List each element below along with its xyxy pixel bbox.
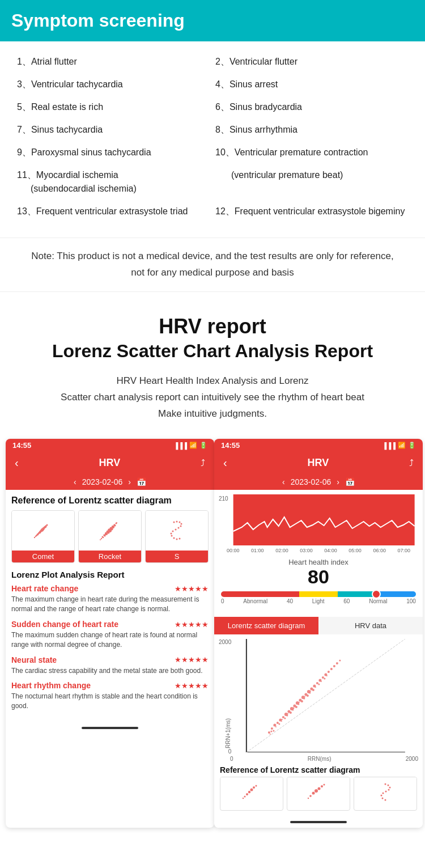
symptom-9: 9、Paroxysmal sinus tachycardia — [17, 143, 210, 162]
svg-point-63 — [176, 539, 178, 540]
ref-thumb-1[interactable] — [220, 777, 283, 811]
ref-thumb-2[interactable] — [287, 777, 350, 811]
heart-health-value: 80 — [221, 566, 416, 587]
right-date: 2023-02-06 — [291, 477, 332, 486]
svg-point-45 — [100, 539, 101, 540]
note-section: Note: This product is not a medical devi… — [0, 238, 425, 292]
svg-point-123 — [243, 798, 244, 799]
svg-point-55 — [181, 523, 182, 525]
left-next-icon[interactable]: › — [128, 477, 131, 486]
scatter-y-label: RRN+1(ms) — [225, 645, 231, 748]
left-back-icon[interactable]: ‹ — [15, 456, 19, 469]
svg-point-46 — [105, 534, 106, 535]
svg-point-130 — [308, 798, 309, 799]
lorenz-thumb-s[interactable]: S — [145, 510, 209, 563]
svg-point-70 — [271, 727, 273, 730]
svg-point-102 — [312, 689, 314, 691]
symptom-6: 6、Sinus bradycardia — [215, 98, 408, 116]
symptom-3: 3、Ventricular tachycardia — [17, 75, 210, 94]
svg-point-145 — [385, 799, 386, 801]
svg-point-104 — [324, 678, 326, 679]
health-bar-wrapper: 0 Abnormal 40 Light 60 Normal 100 — [221, 591, 416, 604]
heart-health-section: Heart health index 80 0 Abnormal 40 Ligh… — [214, 553, 423, 612]
page-title: Symptom screening — [11, 10, 414, 31]
health-bar — [221, 591, 416, 597]
left-calendar-icon[interactable]: 📅 — [137, 477, 146, 486]
svg-point-139 — [389, 787, 391, 789]
right-status-icons: ▐▐▐ 📶 🔋 — [382, 442, 416, 449]
svg-point-58 — [175, 529, 177, 531]
symptom-10-sub: (ventricular premature beat) — [215, 166, 408, 198]
note-text: Note: This product is not a medical devi… — [31, 251, 393, 278]
tab-lorentz[interactable]: Lorentz scatter diagram — [214, 617, 318, 634]
svg-point-128 — [253, 786, 255, 789]
right-calendar-icon[interactable]: 📅 — [345, 477, 355, 486]
left-share-icon[interactable]: ⤴ — [201, 458, 205, 468]
symptom-11: 11、Myocardial ischemia (subendocardial i… — [17, 166, 210, 198]
svg-point-127 — [250, 789, 253, 791]
svg-point-12 — [46, 524, 48, 526]
svg-point-24 — [42, 530, 44, 532]
tab-hrv-data[interactable]: HRV data — [318, 617, 423, 634]
svg-point-59 — [172, 531, 174, 532]
svg-line-68 — [246, 639, 405, 752]
analysis-title: Lorenz Plot Analysis Report — [11, 570, 209, 579]
hrv-subtitle-title: Lorenz Scatter Chart Analysis Report — [11, 341, 414, 362]
s-label: S — [146, 551, 208, 562]
svg-point-95 — [273, 730, 275, 731]
tab-bar: Lorentz scatter diagram HRV data — [214, 617, 423, 634]
svg-point-92 — [333, 665, 335, 667]
right-prev-icon[interactable]: ‹ — [282, 477, 285, 486]
svg-point-94 — [339, 659, 341, 661]
lorenz-thumb-rocket[interactable]: Rocket — [78, 510, 142, 563]
right-bottom-indicator — [290, 821, 347, 823]
svg-point-64 — [179, 538, 181, 540]
svg-point-19 — [44, 527, 45, 529]
svg-point-115 — [270, 734, 271, 735]
svg-point-97 — [284, 717, 286, 719]
symptom-5: 5、Real estate is rich — [17, 98, 210, 116]
lorenz-thumb-comet[interactable]: Comet — [11, 510, 75, 563]
left-phone-content: Reference of Lorentz scatter diagram — [6, 490, 214, 722]
left-date: 2023-02-06 — [82, 477, 123, 486]
right-battery-icon: 🔋 — [408, 442, 416, 449]
svg-point-50 — [113, 526, 114, 527]
right-date-bar: ‹ 2023-02-06 › 📅 — [214, 474, 423, 490]
svg-point-117 — [282, 719, 283, 720]
svg-point-74 — [282, 716, 284, 718]
symptom-grid: 1、Atrial flutter 2、Ventricular flutter 3… — [17, 53, 408, 221]
svg-point-141 — [385, 791, 387, 793]
metric-stars-1: ★★★★★ — [175, 585, 209, 593]
svg-point-119 — [293, 707, 295, 709]
left-bottom-bar — [6, 722, 214, 734]
metric-name-4: Heart rhythm change — [11, 681, 91, 690]
svg-point-116 — [271, 730, 273, 732]
metric-desc-1: The maximum change in heart rate during … — [11, 595, 209, 614]
svg-point-48 — [109, 528, 112, 531]
lorenz-thumbnails: Comet — [11, 510, 209, 563]
right-next-icon[interactable]: › — [337, 477, 339, 486]
wave-chart-svg — [230, 494, 418, 545]
right-share-icon[interactable]: ⤴ — [409, 458, 414, 468]
svg-point-109 — [298, 703, 300, 705]
svg-point-56 — [180, 526, 182, 527]
svg-point-90 — [328, 671, 330, 673]
svg-point-23 — [40, 532, 41, 533]
scatter-y-axis: 2000 RRN+1(ms) 0 — [219, 639, 233, 755]
hrv-heading-section: HRV report Lorenz Scatter Chart Analysis… — [0, 298, 425, 439]
right-signal-icon: ▐▐▐ — [382, 442, 396, 449]
svg-point-54 — [179, 522, 181, 523]
svg-point-140 — [388, 789, 390, 791]
ref-thumb-3[interactable] — [354, 777, 417, 811]
right-back-icon[interactable]: ‹ — [223, 456, 227, 469]
svg-point-125 — [246, 793, 248, 795]
svg-point-122 — [310, 691, 311, 692]
svg-point-71 — [274, 723, 277, 726]
left-date-bar: ‹ 2023-02-06 › 📅 — [6, 474, 214, 490]
left-prev-icon[interactable]: ‹ — [74, 477, 76, 486]
right-nav-title: HRV — [307, 457, 329, 469]
symptom-section: 1、Atrial flutter 2、Ventricular flutter 3… — [0, 41, 425, 232]
svg-point-132 — [312, 792, 315, 795]
svg-point-88 — [322, 676, 324, 679]
comet-image — [12, 511, 74, 551]
